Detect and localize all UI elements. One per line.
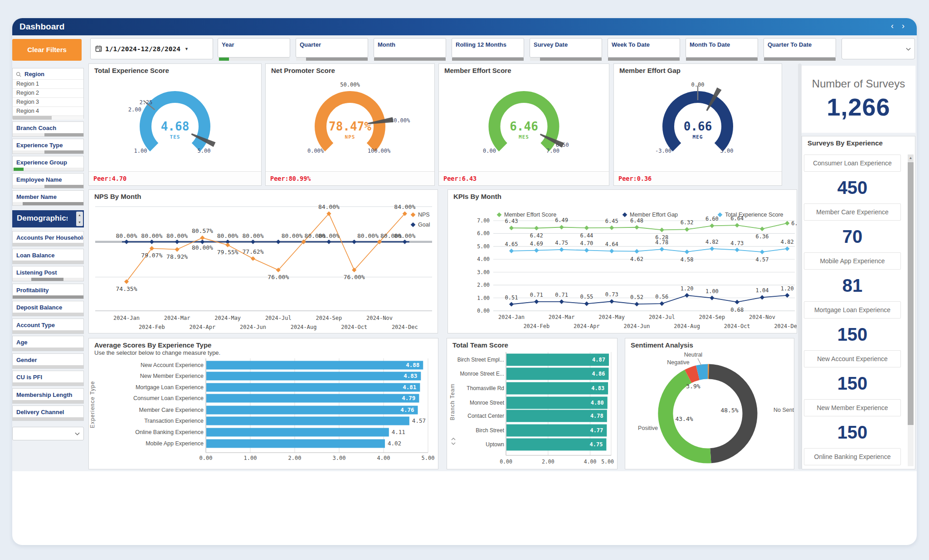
survey-item-label[interactable]: Member Care Experience <box>804 203 901 221</box>
sidebar-item-accounts-per-household[interactable]: Accounts Per Household <box>12 231 84 246</box>
svg-text:80.00%: 80.00% <box>166 232 188 239</box>
chevron-left-icon[interactable]: ‹ <box>887 21 898 31</box>
svg-text:2024-Feb: 2024-Feb <box>139 324 165 330</box>
svg-text:4.82: 4.82 <box>781 239 794 245</box>
region-item-1[interactable]: Region 1 <box>13 79 83 88</box>
gauge-mes-panel[interactable]: Member Effort Score6.500.007.006.46MESPe… <box>438 63 609 186</box>
kpi-value: 1,266 <box>802 93 915 121</box>
sidebar-item-scrollbar <box>13 417 83 420</box>
gauge-meg-panel[interactable]: Member Effort Gap0.00-3.003.000.66MEGPee… <box>613 63 782 186</box>
kpis-by-month-chart[interactable]: KPIs By Month 0.001.002.003.004.005.006.… <box>447 189 797 333</box>
filter-field-year[interactable]: Year <box>218 38 290 58</box>
clear-filters-button[interactable]: Clear Filters <box>12 39 82 61</box>
sidebar-item-scrollbar <box>13 278 83 281</box>
scrollbar-thumb[interactable] <box>908 162 914 425</box>
sidebar-item-deposit-balance[interactable]: Deposit Balance <box>12 301 84 316</box>
svg-text:3.00: 3.00 <box>720 148 734 154</box>
region-listbox[interactable]: RegionRegion 1Region 2Region 3Region 4 <box>12 68 84 119</box>
sidebar-item-account-type[interactable]: Account Type <box>12 319 84 334</box>
region-item-2[interactable]: Region 2 <box>13 88 83 97</box>
chart-title: Member Effort Score <box>444 67 511 74</box>
scroll-thumb <box>14 168 24 171</box>
svg-text:2024-Oct: 2024-Oct <box>724 323 750 329</box>
svg-text:4.81: 4.81 <box>403 384 416 391</box>
survey-item-label[interactable]: Mobile App Experience <box>804 252 901 270</box>
svg-text:4.68: 4.68 <box>161 120 190 133</box>
scroll-up-icon[interactable]: ▲ <box>908 154 914 162</box>
average-scores-chart[interactable]: Average Scores By Experience Type Use th… <box>88 338 438 469</box>
sentiment-analysis-chart[interactable]: Sentiment Analysis No Sentim...48.5%Posi… <box>625 338 794 469</box>
filter-field-month[interactable]: Month <box>374 38 446 58</box>
number-of-surveys-kpi: Number of Surveys 1,266 <box>802 66 915 133</box>
svg-text:80.00%: 80.00% <box>318 232 340 239</box>
svg-text:4.57: 4.57 <box>756 256 769 263</box>
sidebar-item-branch-coach[interactable]: Branch Coach <box>12 121 84 137</box>
svg-text:MEG: MEG <box>693 134 703 140</box>
region-item-3[interactable]: Region 3 <box>13 97 83 106</box>
filter-field-month-to-date[interactable]: Month To Date <box>686 38 758 58</box>
chart-title: KPIs By Month <box>453 193 501 200</box>
filter-dropdown[interactable] <box>841 38 915 59</box>
svg-text:Positive: Positive <box>638 425 658 431</box>
sidebar-item-employee-name[interactable]: Employee Name <box>12 173 84 188</box>
sidebar-item-member-name[interactable]: Member Name <box>12 190 84 206</box>
spinner-up-icon[interactable]: ▲ <box>76 212 83 219</box>
svg-text:80.00%: 80.00% <box>116 232 137 239</box>
survey-item-label[interactable]: New Account Experience <box>804 350 901 367</box>
survey-item-value: 150 <box>804 416 901 448</box>
sidebar-item-age[interactable]: Age <box>12 336 84 351</box>
filter-field-quarter-to-date[interactable]: Quarter To Date <box>764 38 836 58</box>
scroll-thumb <box>13 365 83 368</box>
survey-item-label[interactable]: New Member Experience <box>804 399 901 416</box>
spinner-control[interactable]: ▲▼ <box>76 212 83 226</box>
sidebar-item-delivery-channel[interactable]: Delivery Channel <box>12 406 84 421</box>
filter-field-label: Quarter <box>300 41 321 48</box>
sidebar-item-listening-post[interactable]: Listening Post <box>12 266 84 281</box>
chevron-down-icon <box>906 48 911 51</box>
filter-field-survey-date[interactable]: Survey Date <box>530 38 602 58</box>
total-team-score-chart[interactable]: Total Team Score Birch Street Empl...4.8… <box>447 338 618 469</box>
sidebar-item-label: Loan Balance <box>13 249 83 259</box>
survey-item-label[interactable]: Consumer Loan Experience <box>804 154 901 172</box>
svg-text:6.60: 6.60 <box>705 216 719 222</box>
sidebar-item-membership-length[interactable]: Membership Length <box>12 388 84 404</box>
filter-field-rolling-12-months[interactable]: Rolling 12 Months <box>452 38 524 58</box>
caret-down-icon: ▼ <box>185 47 189 51</box>
sidebar-item-experience-type[interactable]: Experience Type <box>12 139 84 154</box>
gauge-tes-panel[interactable]: Total Experience Score2.252.001.005.004.… <box>88 63 262 186</box>
sidebar-item-experience-group[interactable]: Experience Group <box>12 156 84 171</box>
svg-text:1.04: 1.04 <box>756 287 769 294</box>
svg-text:6.00: 6.00 <box>477 230 490 237</box>
measure-selector-icon <box>452 438 455 444</box>
list-scrollbar[interactable]: ▲ <box>908 154 914 466</box>
svg-text:Branch Team: Branch Team <box>449 383 456 420</box>
svg-text:2.00: 2.00 <box>477 282 490 288</box>
survey-item-label[interactable]: Mortgage Loan Experience <box>804 301 901 319</box>
svg-text:Goal: Goal <box>418 222 430 228</box>
gauge-nps-panel[interactable]: Net Promoter Score80.00%50.00%0.00%100.0… <box>265 63 435 186</box>
date-range-picker[interactable]: 1/1/2024-12/28/2024 ▼ <box>90 38 213 59</box>
nps-by-month-chart[interactable]: NPS By Month 80.00%74.35%2024-Jan80.00%7… <box>88 189 438 333</box>
region-item-4[interactable]: Region 4 <box>13 106 83 116</box>
sidebar-item-profitability[interactable]: Profitability <box>12 284 84 299</box>
sidebar-item-loan-balance[interactable]: Loan Balance <box>12 249 84 264</box>
svg-text:New Member Experience: New Member Experience <box>140 373 204 379</box>
svg-text:80.00%: 80.00% <box>192 244 213 251</box>
svg-text:80.00%: 80.00% <box>390 117 410 124</box>
sidebar-item-label: Profitability <box>13 284 83 294</box>
svg-text:2.00: 2.00 <box>288 455 302 461</box>
scroll-thumb <box>306 58 368 61</box>
chevron-right-icon[interactable]: › <box>898 21 909 31</box>
filter-field-week-to-date[interactable]: Week To Date <box>608 38 680 58</box>
survey-item-label[interactable]: Online Banking Experience <box>804 448 901 465</box>
svg-text:Negative: Negative <box>667 359 689 366</box>
filter-field-quarter[interactable]: Quarter <box>296 38 368 58</box>
sidebar-item-gender[interactable]: Gender <box>12 353 84 369</box>
sidebar-item-cu-is-pfi[interactable]: CU is PFI <box>12 371 84 386</box>
spinner-down-icon[interactable]: ▼ <box>76 219 83 226</box>
svg-text:2024-Sep: 2024-Sep <box>699 314 725 320</box>
region-scrollbar[interactable] <box>13 116 83 120</box>
peer-strip: Peer:6.43 <box>439 171 609 185</box>
sidebar-dropdown[interactable] <box>12 427 84 440</box>
sheet-scrollbar[interactable] <box>798 63 802 469</box>
